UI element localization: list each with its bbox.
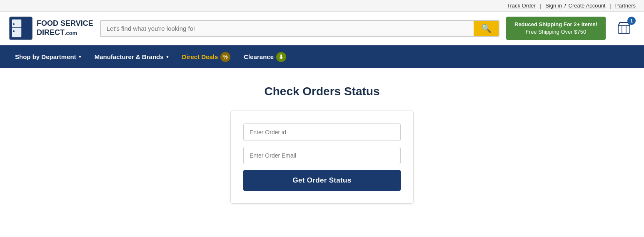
- logo-icon: [8, 16, 33, 41]
- partners-link[interactable]: Partners: [615, 2, 636, 9]
- clearance-badge-icon: ⬇: [276, 52, 286, 62]
- logo-text-line1: FOOD SERVICE: [37, 19, 93, 28]
- search-input[interactable]: [101, 21, 474, 36]
- nav-shop-label: Shop by Department: [15, 53, 76, 60]
- nav-direct-deals[interactable]: Direct Deals %: [175, 45, 237, 68]
- order-id-input[interactable]: [243, 123, 401, 141]
- svg-point-4: [13, 23, 15, 25]
- nav-clearance-label: Clearance: [244, 53, 274, 60]
- create-account-link[interactable]: Create Account: [569, 2, 606, 9]
- deals-badge-icon: %: [220, 52, 230, 62]
- svg-rect-1: [12, 19, 22, 37]
- top-bar: Track Order | Sign in / Create Account |…: [0, 0, 644, 12]
- main-content: Check Orders Status Get Order Status: [0, 68, 644, 220]
- nav-shop-by-department[interactable]: Shop by Department ▾: [8, 45, 88, 68]
- svg-rect-6: [618, 26, 630, 33]
- order-email-input[interactable]: [243, 147, 401, 164]
- track-order-link[interactable]: Track Order: [507, 2, 536, 9]
- nav-bar: Shop by Department ▾ Manufacturer & Bran…: [0, 45, 644, 68]
- shipping-line1: Reduced Shipping For 2+ Items!: [514, 21, 597, 28]
- svg-point-5: [13, 30, 15, 32]
- logo-text-line2: DIRECT.com: [37, 28, 93, 37]
- search-bar: 🔍: [100, 20, 499, 37]
- nav-clearance[interactable]: Clearance ⬇: [237, 45, 293, 68]
- header: FOOD SERVICE DIRECT.com 🔍 Reduced Shippi…: [0, 12, 644, 45]
- shipping-line2: Free Shipping Over $750: [514, 28, 597, 36]
- nav-brands-label: Manufacturer & Brands: [95, 53, 164, 60]
- search-icon: 🔍: [481, 23, 492, 33]
- nav-manufacturer-brands[interactable]: Manufacturer & Brands ▾: [88, 45, 175, 68]
- page-title: Check Orders Status: [265, 85, 380, 98]
- sign-in-link[interactable]: Sign in: [545, 2, 562, 9]
- shipping-banner[interactable]: Reduced Shipping For 2+ Items! Free Ship…: [506, 17, 606, 40]
- cart-badge: 1: [627, 17, 636, 25]
- sep1: |: [540, 2, 541, 9]
- chevron-down-icon: ▾: [79, 54, 81, 59]
- get-order-status-button[interactable]: Get Order Status: [243, 170, 401, 191]
- sep2: /: [564, 2, 566, 9]
- search-button[interactable]: 🔍: [474, 21, 499, 36]
- chevron-down-icon: ▾: [166, 54, 169, 59]
- logo[interactable]: FOOD SERVICE DIRECT.com: [8, 16, 93, 41]
- sep3: |: [609, 2, 611, 9]
- order-status-form: Get Order Status: [230, 111, 414, 204]
- nav-deals-label: Direct Deals: [182, 53, 218, 60]
- cart-button[interactable]: 1: [612, 17, 636, 40]
